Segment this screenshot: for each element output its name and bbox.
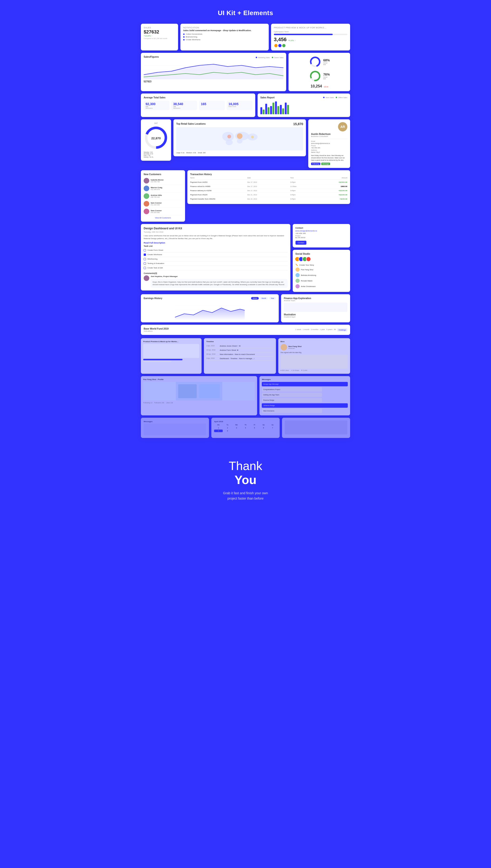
- task-checkbox-0[interactable]: [144, 249, 146, 251]
- social-label-3: Ronald Walsh: [301, 280, 313, 282]
- social-item-3: Ronald Walsh: [295, 278, 347, 283]
- social-label-0: Create Your Story: [299, 264, 314, 266]
- txn-header-date: Date: [248, 177, 290, 178]
- cover-photo-svg: [143, 382, 255, 400]
- message-bubble-sent-2: Johanna Redge: [262, 403, 348, 408]
- gauge-card: 247 22,870 Weekly: 2 M Monthly: 8 M Day:…: [141, 119, 171, 161]
- cal-6: Su: [268, 423, 277, 426]
- map-stat-large-val: 6.1k: [181, 152, 184, 153]
- social-label-1: Pan Fang Shui: [301, 269, 313, 271]
- stat-item-0: 92,300 405 Admissions: [144, 101, 170, 110]
- customer-id-3: #11 222 333: [151, 204, 162, 205]
- finance-subtitle: Android Team: [284, 300, 347, 302]
- task-checkbox-4[interactable]: [144, 267, 146, 269]
- svg-point-16: [227, 135, 231, 138]
- avatar-1: [274, 44, 278, 48]
- notif-text-1: Collect Screenshots: [186, 33, 202, 35]
- profile-email: anna.design@elements.to: [311, 143, 347, 144]
- filter-week[interactable]: Week: [251, 297, 259, 300]
- donut-pct-2: 76%: [323, 73, 330, 76]
- social-label-4: Anita Christensen: [301, 285, 316, 287]
- social-avatar-4: [306, 256, 311, 262]
- donut-bottom-value: 10,254: [311, 84, 322, 88]
- bar-blue-6: [285, 103, 287, 114]
- task-checkbox-2[interactable]: [144, 258, 146, 260]
- txn-row-0: Payment from #4253 Dec 17, 2013 3:45pm +…: [190, 180, 347, 185]
- timeline-date-0: 1 Apr, 2018: [206, 345, 218, 347]
- task-list-title: Task List: [144, 245, 288, 247]
- customers-title: New Customers: [144, 173, 161, 176]
- svg-rect-23: [199, 384, 220, 398]
- bottom-panel-title-2: Bios: [281, 340, 348, 343]
- sales-value: $27632: [144, 29, 175, 35]
- stat-item-1: 38,540 745 Admissions: [171, 101, 197, 110]
- fund-holdings[interactable]: Holdings: [337, 328, 347, 331]
- ui-showcase: Sales $27632 +13.6% ↑ Compared to $21,29…: [141, 24, 350, 440]
- donut-bottom-change: -13.4: [323, 86, 328, 88]
- bar-blue-3: [270, 106, 272, 114]
- gauge-item-1: Weekly: 2 M: [144, 151, 168, 153]
- dot-icon-1: [183, 33, 184, 35]
- task-checkbox-1[interactable]: [144, 253, 146, 256]
- customers-link[interactable]: View All Customers: [144, 217, 182, 219]
- profile-phone: +60 456 345: [311, 147, 347, 149]
- bar-blue-4: [275, 102, 277, 114]
- message-text-received-4: Nita Krismanns: [263, 410, 321, 412]
- bar-green-1: [263, 110, 265, 114]
- profile-email-label: Email: [311, 140, 347, 142]
- fund-filter-all[interactable]: All: [334, 328, 336, 331]
- bottom-panel-title-0: Product Preview & Mock up for Works...: [143, 340, 199, 343]
- profile-stat-likes: Likes 13k: [166, 402, 173, 403]
- map-stat-small-label: Small: [198, 152, 202, 153]
- notif-item-2: Brainstorming: [183, 36, 266, 38]
- contact-project: $1.05-20/10: [295, 236, 347, 239]
- sales-chart-area: [144, 61, 283, 79]
- filter-month[interactable]: Month: [260, 297, 268, 300]
- fund-filter-5year[interactable]: 5 years: [326, 328, 333, 331]
- profile-stat-following: Following 13: [143, 402, 152, 403]
- notif-item-3: Create Wireframe: [183, 38, 266, 41]
- finance-preview: [284, 303, 347, 312]
- bar-green-2: [267, 107, 269, 114]
- read-full-btn[interactable]: Read Full Description: [144, 242, 288, 244]
- fund-filter-1year[interactable]: 1 year: [320, 328, 325, 331]
- timeline-date-3: 3 Apr, 2018: [206, 358, 218, 360]
- contact-title: Contact: [295, 227, 347, 229]
- profile-comment: I was some wireframes that we would like…: [144, 234, 288, 240]
- legend-store: Store Sales: [323, 97, 334, 99]
- timeline-item-2: 28 Apr, 2018 New information - New to re…: [206, 353, 273, 357]
- timeline-item-0: 1 Apr, 2018 Andrew Jones Sheet + ★: [206, 344, 273, 348]
- cal-4: Fr: [250, 423, 259, 426]
- filter-year[interactable]: Year: [269, 297, 276, 300]
- message-text-received-1: Congratulations Project: [263, 389, 321, 390]
- contact-phone: +60 456 345: [295, 232, 347, 234]
- bar-blue-2: [265, 104, 267, 114]
- profile-cover-photo: [143, 382, 255, 400]
- sales-chart-card: Sales/Figures Marketing Sales Career Sal…: [141, 53, 286, 91]
- illustration-subtitle: Gradient layer: [284, 316, 347, 318]
- bar-green-4: [277, 106, 279, 114]
- fund-filter-3month[interactable]: 3 months: [311, 328, 318, 331]
- cal-3: Th: [241, 423, 250, 426]
- thank-you-line2: You: [223, 473, 268, 487]
- task-item-3: Testing & Evaluation: [144, 261, 288, 266]
- earnings-chart-area: [144, 301, 276, 319]
- social-item-0: ✏️ Create Your Story: [295, 263, 347, 267]
- fund-filter-1month[interactable]: 1 month: [303, 328, 310, 331]
- txn-name-0: Payment from #4253: [190, 181, 248, 183]
- fund-card: Base World Fund 2019 Indications 1 week …: [141, 325, 350, 335]
- sales-label: Sales: [144, 27, 175, 29]
- customer-name-0: Isabella Moran: [151, 179, 164, 181]
- social-label-2: Belinda Armstrong: [301, 274, 316, 276]
- timeline-content-1: Andrew Form Sheet ★: [220, 349, 238, 351]
- calendar-grid: Mo Tu We Th Fr Sa Su 1 2 3 4 5 6 7 8 9: [214, 423, 277, 432]
- contact-email: anna.design@elements.to: [295, 230, 347, 232]
- contact-button[interactable]: Contact: [295, 241, 307, 245]
- task-checkbox-3[interactable]: [144, 262, 146, 265]
- fund-filter-1week[interactable]: 1 week: [295, 328, 301, 331]
- legend-dot-blue: [256, 57, 257, 58]
- gauge-item-4: Hourly: 78.7k: [144, 156, 168, 158]
- notif-text-3: Create Wireframe: [186, 38, 200, 41]
- txn-row-2: Finance delivery to #3256 Dec 17, 2013 3…: [190, 189, 347, 193]
- gauge-label: 247: [144, 122, 168, 124]
